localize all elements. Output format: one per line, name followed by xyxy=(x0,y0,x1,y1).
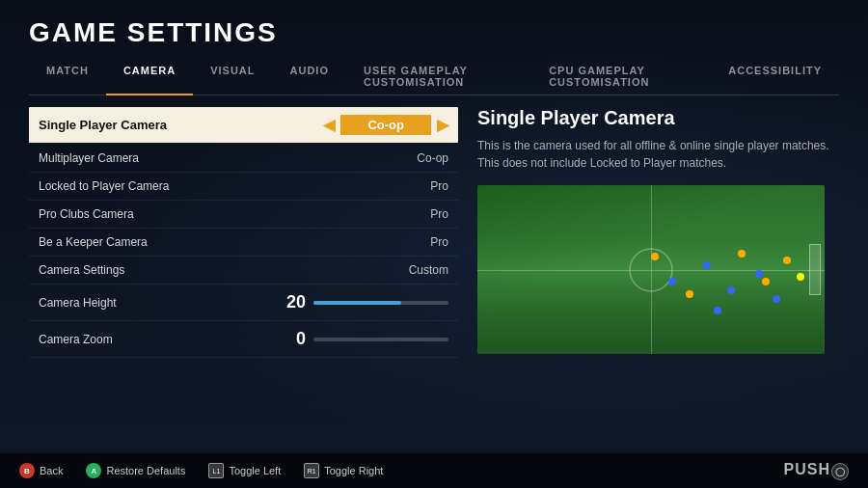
highlighted-setting-row[interactable]: Single Player Camera ◀ Co-op ▶ xyxy=(29,107,458,143)
toggle-left-action[interactable]: L1 Toggle Left xyxy=(208,463,281,478)
tab-audio[interactable]: AUDIO xyxy=(273,59,346,95)
setting-row-locked-player-camera[interactable]: Locked to Player Camera Pro xyxy=(29,173,458,201)
player xyxy=(738,250,746,258)
tab-match[interactable]: MATCH xyxy=(29,59,106,95)
restore-action[interactable]: A Restore Defaults xyxy=(86,463,185,478)
player xyxy=(755,270,763,278)
toggle-right-label: Toggle Right xyxy=(324,465,383,476)
slider-track[interactable] xyxy=(313,301,448,305)
push-logo: PUSH◯ xyxy=(784,461,849,480)
player xyxy=(773,295,780,303)
setting-row-pro-clubs-camera[interactable]: Pro Clubs Camera Pro xyxy=(29,201,458,229)
slider-label: Camera Height xyxy=(39,296,277,310)
back-label: Back xyxy=(40,465,63,476)
back-action[interactable]: B Back xyxy=(19,463,63,478)
tab-user-gameplay[interactable]: USER GAMEPLAY CUSTOMISATION xyxy=(346,59,531,95)
a-button: A xyxy=(86,463,101,478)
setting-value: Pro xyxy=(430,235,448,249)
setting-label: Pro Clubs Camera xyxy=(39,207,430,221)
setting-label: Camera Settings xyxy=(39,263,409,277)
setting-row-camera-settings[interactable]: Camera Settings Custom xyxy=(29,257,458,285)
slider-row-camera-height[interactable]: Camera Height 20 xyxy=(29,285,458,321)
nav-tabs: MATCH CAMERA VISUAL AUDIO USER GAMEPLAY … xyxy=(29,58,839,95)
setting-row-multiplayer-camera[interactable]: Multiplayer Camera Co-op xyxy=(29,145,458,173)
slider-track[interactable] xyxy=(313,338,448,341)
setting-label: Be a Keeper Camera xyxy=(39,235,430,249)
toggle-left-label: Toggle Left xyxy=(229,465,281,476)
camera-preview xyxy=(477,185,825,354)
player xyxy=(703,261,711,269)
toggle-right-action[interactable]: R1 Toggle Right xyxy=(304,463,383,478)
arrow-right-button[interactable]: ▶ xyxy=(437,118,448,133)
arrow-left-button[interactable]: ◀ xyxy=(323,118,335,133)
player xyxy=(783,257,791,264)
setting-value: Custom xyxy=(409,263,448,277)
right-panel: Single Player Camera This is the camera … xyxy=(477,107,839,358)
slider-value: 20 xyxy=(277,292,306,312)
tab-accessibility[interactable]: ACCESSIBILITY xyxy=(711,59,839,95)
l1-button: L1 xyxy=(208,463,224,478)
player xyxy=(686,290,693,298)
tab-cpu-gameplay[interactable]: CPU GAMEPLAY CUSTOMISATION xyxy=(531,59,711,95)
center-circle xyxy=(627,246,675,294)
highlighted-setting-value: Co-op xyxy=(340,115,431,135)
player xyxy=(651,253,659,260)
setting-row-keeper-camera[interactable]: Be a Keeper Camera Pro xyxy=(29,229,458,257)
slider-row-camera-zoom[interactable]: Camera Zoom 0 xyxy=(29,321,458,358)
restore-label: Restore Defaults xyxy=(106,465,185,476)
highlighted-setting-label: Single Player Camera xyxy=(39,118,323,132)
page-title: GAME SETTINGS xyxy=(29,17,839,48)
setting-label: Multiplayer Camera xyxy=(39,151,417,165)
setting-value: Pro xyxy=(430,179,448,193)
tab-visual[interactable]: VISUAL xyxy=(193,59,272,95)
detail-description: This is the camera used for all offline … xyxy=(477,137,839,172)
tab-camera[interactable]: CAMERA xyxy=(106,59,193,95)
value-control: ◀ Co-op ▶ xyxy=(323,115,448,135)
slider-label: Camera Zoom xyxy=(39,333,277,346)
slider-value: 0 xyxy=(277,329,306,349)
setting-label: Locked to Player Camera xyxy=(39,179,430,193)
r1-button: R1 xyxy=(304,463,319,478)
bottom-bar: B Back A Restore Defaults L1 Toggle Left… xyxy=(0,453,868,488)
setting-value: Pro xyxy=(430,207,448,221)
setting-value: Co-op xyxy=(417,151,448,165)
b-button: B xyxy=(19,463,35,478)
left-panel: Single Player Camera ◀ Co-op ▶ Multiplay… xyxy=(29,107,458,358)
detail-title: Single Player Camera xyxy=(477,107,839,129)
goal-right xyxy=(809,244,821,295)
slider-fill xyxy=(313,301,401,305)
main-layout: Single Player Camera ◀ Co-op ▶ Multiplay… xyxy=(29,95,839,358)
player xyxy=(714,307,721,314)
